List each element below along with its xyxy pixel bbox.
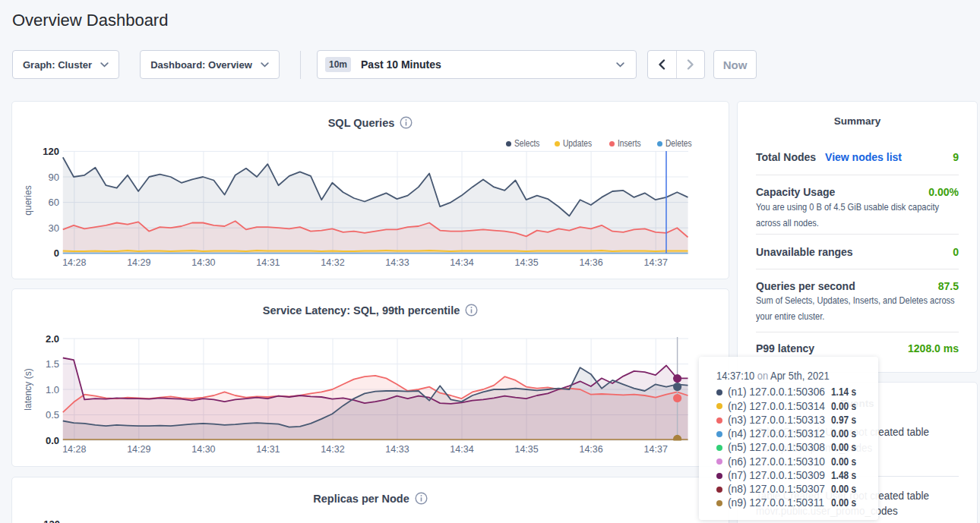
svg-text:14:34: 14:34 [450, 257, 473, 268]
svg-text:14:37: 14:37 [644, 444, 668, 455]
svg-text:14:36: 14:36 [579, 257, 602, 268]
svg-text:14:37: 14:37 [644, 257, 668, 268]
svg-text:14:30: 14:30 [191, 257, 215, 268]
svg-text:14:34: 14:34 [450, 444, 473, 455]
svg-text:90: 90 [49, 172, 59, 183]
svg-text:0.5: 0.5 [46, 409, 59, 421]
svg-text:30: 30 [49, 222, 59, 234]
svg-text:2.0: 2.0 [46, 333, 59, 345]
svg-text:14:35: 14:35 [514, 257, 538, 268]
svg-text:14:31: 14:31 [256, 257, 280, 268]
svg-text:14:32: 14:32 [321, 257, 344, 268]
svg-text:120: 120 [43, 518, 60, 523]
svg-text:latency (s): latency (s) [23, 368, 33, 410]
svg-text:14:35: 14:35 [514, 444, 538, 455]
svg-text:1.0: 1.0 [46, 384, 59, 395]
svg-text:14:28: 14:28 [62, 444, 86, 455]
svg-text:14:29: 14:29 [127, 444, 150, 455]
svg-text:14:33: 14:33 [385, 444, 409, 455]
svg-text:14:29: 14:29 [127, 257, 150, 268]
svg-text:queries: queries [23, 185, 33, 215]
svg-text:14:32: 14:32 [321, 444, 344, 455]
svg-text:14:30: 14:30 [191, 444, 215, 455]
svg-text:14:33: 14:33 [385, 257, 409, 268]
svg-text:14:28: 14:28 [62, 257, 86, 268]
svg-text:14:36: 14:36 [579, 444, 602, 455]
svg-text:1.5: 1.5 [46, 358, 59, 370]
svg-text:14:31: 14:31 [256, 444, 280, 455]
svg-text:0.0: 0.0 [46, 435, 59, 446]
svg-text:60: 60 [49, 197, 59, 208]
svg-text:120: 120 [43, 146, 59, 157]
svg-text:0: 0 [54, 247, 59, 259]
